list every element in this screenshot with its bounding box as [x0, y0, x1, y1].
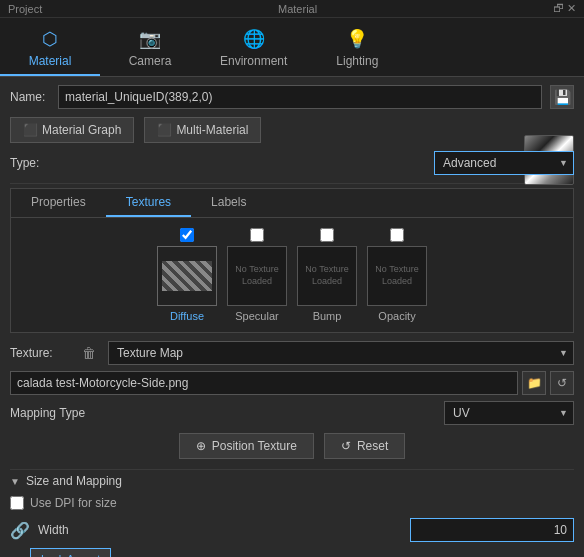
nav-camera-label: Camera: [129, 54, 172, 68]
nav-material-label: Material: [29, 54, 72, 68]
lighting-icon: 💡: [346, 28, 368, 50]
title-center: Material: [278, 3, 317, 15]
divider-1: [10, 183, 574, 184]
width-input[interactable]: [410, 518, 574, 542]
folder-icon: 📁: [527, 376, 542, 390]
material-graph-icon: ⬛: [23, 123, 38, 137]
texture-slot-diffuse: Diffuse: [157, 228, 217, 322]
section-title: Size and Mapping: [26, 474, 122, 488]
opacity-slot-box[interactable]: No Texture Loaded: [367, 246, 427, 306]
width-label: Width: [38, 523, 78, 537]
reset-button[interactable]: ↺ Reset: [324, 433, 405, 459]
mapping-select[interactable]: UV Planar Cubic Spherical Cylindrical: [444, 401, 574, 425]
material-icon: ⬡: [42, 28, 58, 50]
nav-material[interactable]: ⬡ Material: [0, 22, 100, 76]
tab-labels-label: Labels: [211, 195, 246, 209]
multi-material-button[interactable]: ⬛ Multi-Material: [144, 117, 261, 143]
title-bar: Project Material 🗗 ✕: [0, 0, 584, 18]
size-and-mapping-header[interactable]: ▼ Size and Mapping: [10, 474, 574, 488]
name-row: Name: 💾: [10, 85, 574, 109]
nav-environment[interactable]: 🌐 Environment: [200, 22, 307, 76]
refresh-file-icon[interactable]: ↺: [550, 371, 574, 395]
save-name-icon[interactable]: 💾: [550, 85, 574, 109]
bump-slot-box[interactable]: No Texture Loaded: [297, 246, 357, 306]
camera-icon: 📷: [139, 28, 161, 50]
nav-lighting[interactable]: 💡 Lighting: [307, 22, 407, 76]
texture-slot-specular: No Texture Loaded Specular: [227, 228, 287, 322]
refresh-icon: ↺: [557, 376, 567, 390]
tab-textures-label: Textures: [126, 195, 171, 209]
texture-label: Texture:: [10, 346, 70, 360]
buttons-row: ⬛ Material Graph ⬛ Multi-Material: [10, 117, 574, 143]
environment-icon: 🌐: [243, 28, 265, 50]
width-row: 🔗 Width: [10, 518, 574, 542]
name-input[interactable]: [58, 85, 542, 109]
material-graph-label: Material Graph: [42, 123, 121, 137]
reset-icon: ↺: [341, 439, 351, 453]
diffuse-pattern: [162, 261, 212, 291]
opacity-label: Opacity: [378, 310, 415, 322]
bump-no-texture: No Texture Loaded: [298, 264, 356, 287]
filename-row: 📁 ↺: [10, 371, 574, 395]
tab-properties[interactable]: Properties: [11, 189, 106, 217]
nav-lighting-label: Lighting: [336, 54, 378, 68]
bump-label: Bump: [313, 310, 342, 322]
lock-aspect-label: Lock Aspect: [41, 553, 100, 557]
action-buttons: ⊕ Position Texture ↺ Reset: [10, 433, 574, 459]
open-file-icon[interactable]: 📁: [522, 371, 546, 395]
name-label: Name:: [10, 90, 50, 104]
position-texture-button[interactable]: ⊕ Position Texture: [179, 433, 314, 459]
top-nav: ⬡ Material 📷 Camera 🌐 Environment 💡 Ligh…: [0, 18, 584, 77]
multi-material-icon: ⬛: [157, 123, 172, 137]
link-icon[interactable]: 🔗: [10, 521, 30, 540]
section-chevron: ▼: [10, 476, 20, 487]
diffuse-checkbox[interactable]: [180, 228, 194, 242]
tabs-container: Properties Textures Labels Diffuse: [10, 188, 574, 333]
tab-properties-label: Properties: [31, 195, 86, 209]
dpi-row: Use DPI for size: [10, 496, 574, 510]
nav-environment-label: Environment: [220, 54, 287, 68]
type-label: Type:: [10, 156, 50, 170]
opacity-checkbox[interactable]: [390, 228, 404, 242]
specular-no-texture: No Texture Loaded: [228, 264, 286, 287]
texture-map-select[interactable]: Texture Map Color Map None: [108, 341, 574, 365]
dpi-checkbox[interactable]: [10, 496, 24, 510]
mapping-label: Mapping Type: [10, 406, 90, 420]
tabs-body: Diffuse No Texture Loaded Specular No Te…: [11, 218, 573, 332]
diffuse-slot-box[interactable]: [157, 246, 217, 306]
diffuse-label: Diffuse: [170, 310, 204, 322]
specular-checkbox[interactable]: [250, 228, 264, 242]
material-graph-button[interactable]: ⬛ Material Graph: [10, 117, 134, 143]
filename-input[interactable]: [10, 371, 518, 395]
dpi-label: Use DPI for size: [30, 496, 117, 510]
position-texture-label: Position Texture: [212, 439, 297, 453]
tab-labels[interactable]: Labels: [191, 189, 266, 217]
multi-material-label: Multi-Material: [176, 123, 248, 137]
texture-row: Texture: 🗑 Texture Map Color Map None: [10, 341, 574, 365]
trash-icon[interactable]: 🗑: [78, 343, 100, 363]
nav-camera[interactable]: 📷 Camera: [100, 22, 200, 76]
type-select[interactable]: Advanced Standard Basic: [434, 151, 574, 175]
title-controls[interactable]: 🗗 ✕: [553, 2, 576, 15]
type-row: Type: Advanced Standard Basic: [10, 151, 574, 175]
main-content: Name: 💾 ⬛ Material Graph ⬛ Multi-Materia…: [0, 77, 584, 557]
texture-slot-opacity: No Texture Loaded Opacity: [367, 228, 427, 322]
divider-2: [10, 469, 574, 470]
specular-label: Specular: [235, 310, 278, 322]
lock-aspect-button[interactable]: Lock Aspect: [30, 548, 111, 557]
lock-aspect-row: Lock Aspect: [10, 548, 574, 557]
position-texture-icon: ⊕: [196, 439, 206, 453]
reset-label: Reset: [357, 439, 388, 453]
title-left: Project: [8, 3, 42, 15]
opacity-no-texture: No Texture Loaded: [368, 264, 426, 287]
mapping-row: Mapping Type UV Planar Cubic Spherical C…: [10, 401, 574, 425]
tabs-header: Properties Textures Labels: [11, 189, 573, 218]
specular-slot-box[interactable]: No Texture Loaded: [227, 246, 287, 306]
tab-textures[interactable]: Textures: [106, 189, 191, 217]
texture-slot-bump: No Texture Loaded Bump: [297, 228, 357, 322]
bump-checkbox[interactable]: [320, 228, 334, 242]
